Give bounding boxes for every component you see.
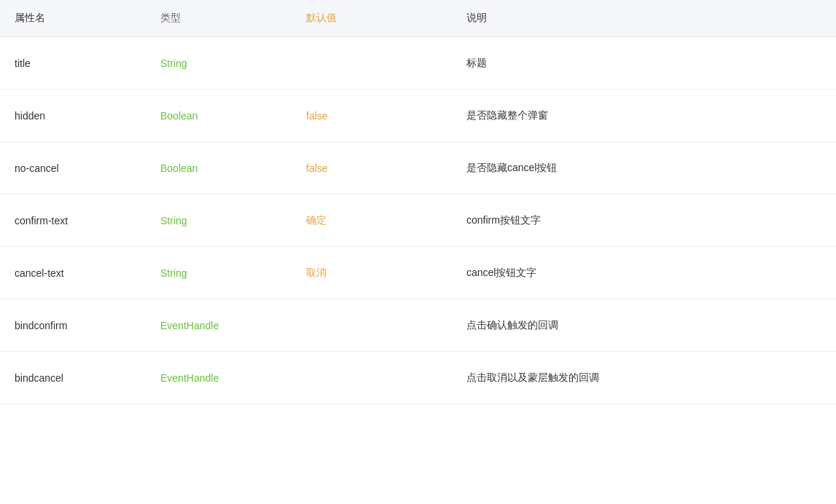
cell-property-default <box>292 299 452 352</box>
table-row: no-cancelBooleanfalse是否隐藏cancel按钮 <box>0 142 836 194</box>
cell-property-default: 确定 <box>292 194 452 247</box>
cell-property-name: title <box>0 37 146 90</box>
cell-property-name: cancel-text <box>0 247 146 299</box>
cell-property-type: String <box>146 37 292 90</box>
cell-property-default: false <box>292 90 452 142</box>
cell-property-type: EventHandle <box>146 299 292 352</box>
cell-property-description: 是否隐藏整个弹窗 <box>452 90 836 142</box>
cell-property-type: Boolean <box>146 90 292 142</box>
cell-property-description: 标题 <box>452 37 836 90</box>
cell-property-description: cancel按钮文字 <box>452 247 836 299</box>
table-header-row: 属性名 类型 默认值 说明 <box>0 0 836 37</box>
cell-property-name: hidden <box>0 90 146 142</box>
table-row: confirm-textString确定confirm按钮文字 <box>0 194 836 247</box>
cell-property-type: Boolean <box>146 142 292 194</box>
cell-property-default: false <box>292 142 452 194</box>
cell-property-name: no-cancel <box>0 142 146 194</box>
cell-property-type: EventHandle <box>146 352 292 404</box>
cell-property-default <box>292 352 452 404</box>
cell-property-type: String <box>146 247 292 299</box>
table-row: titleString标题 <box>0 37 836 90</box>
header-name: 属性名 <box>0 0 146 37</box>
cell-property-type: String <box>146 194 292 247</box>
header-type: 类型 <box>146 0 292 37</box>
cell-property-default: 取消 <box>292 247 452 299</box>
properties-table-container: 属性名 类型 默认值 说明 titleString标题hiddenBoolean… <box>0 0 836 504</box>
table-row: bindconfirmEventHandle点击确认触发的回调 <box>0 299 836 352</box>
table-row: hiddenBooleanfalse是否隐藏整个弹窗 <box>0 90 836 142</box>
cell-property-description: 是否隐藏cancel按钮 <box>452 142 836 194</box>
cell-property-name: bindconfirm <box>0 299 146 352</box>
cell-property-default <box>292 37 452 90</box>
cell-property-description: confirm按钮文字 <box>452 194 836 247</box>
cell-property-name: confirm-text <box>0 194 146 247</box>
table-row: bindcancelEventHandle点击取消以及蒙层触发的回调 <box>0 352 836 404</box>
table-row: cancel-textString取消cancel按钮文字 <box>0 247 836 299</box>
header-description: 说明 <box>452 0 836 37</box>
header-default: 默认值 <box>292 0 452 37</box>
cell-property-name: bindcancel <box>0 352 146 404</box>
cell-property-description: 点击确认触发的回调 <box>452 299 836 352</box>
cell-property-description: 点击取消以及蒙层触发的回调 <box>452 352 836 404</box>
properties-table: 属性名 类型 默认值 说明 titleString标题hiddenBoolean… <box>0 0 836 404</box>
